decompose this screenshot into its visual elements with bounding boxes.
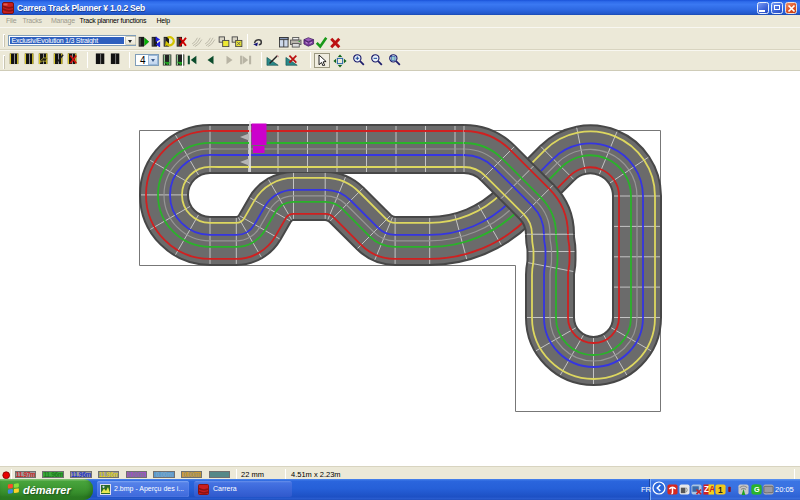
svg-text:A: A [709,485,714,494]
svg-text:1: 1 [718,486,723,495]
svg-text:Z: Z [704,485,709,494]
svg-text:G: G [754,485,760,494]
